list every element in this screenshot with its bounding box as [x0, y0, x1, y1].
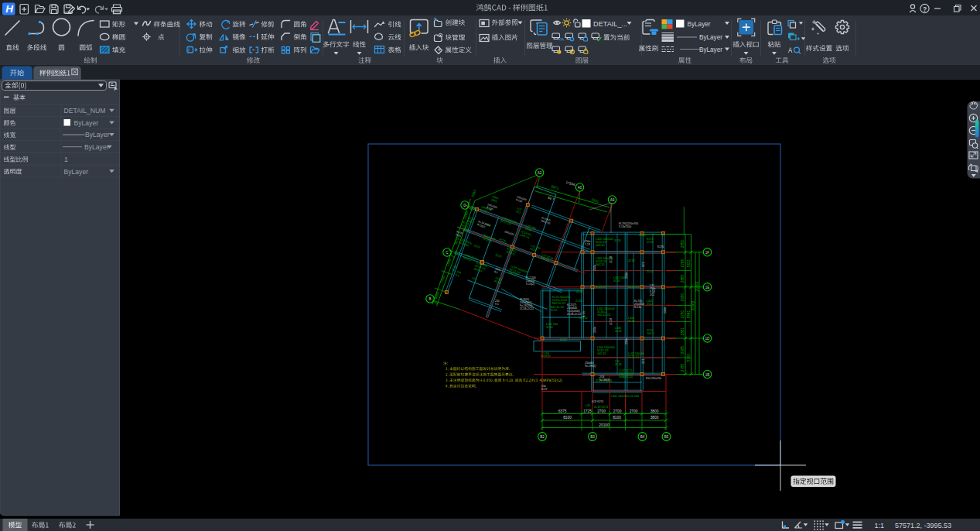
svg-text:9-13(2): 9-13(2): [526, 283, 534, 286]
svg-text:2C18: 2C18: [610, 256, 613, 263]
svg-text:3800: 3800: [650, 416, 659, 420]
svg-text:2C16: 2C16: [639, 234, 646, 237]
svg-text:?: ?: [923, 5, 927, 13]
svg-text:2C18: 2C18: [615, 363, 622, 366]
svg-text:8641: 8641: [687, 310, 691, 318]
svg-text:2865: 2865: [681, 274, 685, 283]
svg-text:2700: 2700: [597, 409, 606, 413]
svg-text:K50 250x700: K50 250x700: [646, 377, 661, 380]
svg-text:G4B(3C12): G4B(3C12): [619, 375, 633, 379]
svg-text:N-198(3): N-198(3): [599, 379, 610, 382]
svg-text:DETAIL_...: DETAIL_...: [593, 20, 627, 28]
svg-text:2700: 2700: [630, 409, 638, 413]
svg-text:2785: 2785: [681, 363, 685, 372]
svg-text:5790: 5790: [687, 353, 691, 361]
svg-text:B3: B3: [590, 435, 595, 439]
svg-text:G4C10 2/2: G4C10 2/2: [597, 313, 610, 317]
svg-text:4C18 2/2: 4C18 2/2: [596, 286, 607, 289]
svg-text:L30: L30: [586, 404, 590, 407]
svg-text:2C18: 2C18: [610, 318, 613, 325]
svg-text:2C20: 2C20: [575, 300, 582, 303]
svg-text:2C18+2C12: 2C18+2C12: [567, 313, 581, 316]
svg-text:2985: 2985: [681, 345, 685, 354]
svg-text:250x: 250x: [593, 265, 596, 271]
svg-text:A9: A9: [610, 198, 615, 202]
svg-text:2C18+2C12: 2C18+2C12: [520, 307, 534, 310]
svg-text:250x: 250x: [625, 272, 628, 279]
svg-text:1B: 1B: [705, 373, 710, 377]
svg-text:ByLayer: ByLayer: [84, 143, 109, 151]
svg-text:3C18: 3C18: [546, 326, 553, 329]
svg-text:ByLayer: ByLayer: [699, 46, 722, 53]
svg-text:K274: K274: [657, 245, 664, 248]
svg-text:4C20: 4C20: [613, 279, 620, 283]
svg-text:9-1: 9-1: [495, 303, 499, 306]
svg-text:7-13: 7-13: [585, 243, 590, 246]
svg-text:1.50: 1.50: [543, 351, 550, 355]
svg-text:2C1: 2C1: [650, 293, 654, 296]
svg-text:L301 240x500 1/2.5kN: L301 240x500 1/2.5kN: [611, 395, 640, 398]
svg-text:4C18 K274: 4C18 K274: [594, 406, 608, 409]
svg-text:4C22/2C: 4C22/2C: [628, 286, 640, 289]
svg-text:2850: 2850: [681, 239, 685, 248]
svg-text:8100: 8100: [613, 416, 621, 420]
svg-text:1D: 1D: [705, 337, 711, 341]
svg-text:2C14: 2C14: [647, 303, 654, 306]
svg-text:H: H: [5, 3, 13, 15]
svg-text:2881: 2881: [681, 327, 685, 335]
svg-text:2780: 2780: [681, 310, 685, 318]
svg-text:250x: 250x: [625, 338, 628, 344]
svg-text:1: 1: [64, 156, 68, 163]
svg-text:B: B: [429, 297, 431, 301]
svg-text:A0: A0: [578, 186, 582, 190]
svg-text:ByLayer: ByLayer: [74, 119, 99, 127]
svg-text:20100: 20100: [599, 423, 610, 427]
svg-text:250x: 250x: [593, 327, 596, 333]
svg-text:G4C10: G4C10: [596, 244, 604, 247]
svg-text:N-13x: N-13x: [634, 306, 641, 309]
svg-text:2C25 2/2: 2C25 2/2: [628, 355, 640, 358]
svg-text:2C1: 2C1: [642, 262, 645, 267]
svg-text:G4C1: G4C1: [647, 332, 654, 335]
svg-text:9x-198(2): 9x-198(2): [585, 365, 596, 368]
svg-text:1725: 1725: [583, 409, 592, 413]
svg-text:ByLayer: ByLayer: [64, 168, 89, 176]
svg-text:B4: B4: [640, 435, 645, 439]
svg-text:9-13: 9-13: [582, 311, 586, 317]
svg-text:3800: 3800: [650, 409, 659, 413]
svg-text:5631: 5631: [687, 259, 691, 267]
svg-text:N4C10 1/2: N4C10 1/2: [552, 302, 565, 305]
svg-text:ByLayer: ByLayer: [688, 21, 711, 28]
svg-text:B5: B5: [664, 435, 669, 439]
svg-text:4C8 K274: 4C8 K274: [592, 400, 603, 403]
svg-text:29062: 29062: [695, 281, 699, 291]
svg-text:A2: A2: [538, 171, 542, 175]
svg-text:8100: 8100: [563, 416, 572, 420]
svg-text:3C18: 3C18: [628, 320, 635, 323]
svg-text:G4C10: G4C10: [597, 352, 606, 355]
svg-text:1F: 1F: [705, 251, 710, 255]
svg-text:250x: 250x: [664, 307, 667, 313]
svg-text:4C18: 4C18: [628, 259, 635, 262]
svg-text:2980: 2980: [681, 293, 685, 301]
svg-text:4C18: 4C18: [615, 330, 622, 333]
svg-text:4C10: 4C10: [560, 338, 567, 341]
svg-text:DETAIL_NUM: DETAIL_NUM: [64, 107, 106, 115]
svg-text:9-13x7500: 9-13x7500: [619, 225, 631, 228]
svg-text:20062: 20062: [691, 300, 695, 310]
svg-text:1E: 1E: [705, 286, 710, 289]
svg-text:6375: 6375: [558, 409, 567, 413]
svg-text:1:1: 1:1: [875, 522, 885, 529]
svg-text:4C18: 4C18: [576, 290, 583, 293]
svg-text:N-19: N-19: [541, 388, 547, 391]
svg-text:2C1: 2C1: [642, 358, 645, 364]
svg-text:ByLayer: ByLayer: [85, 131, 110, 139]
svg-text:B2: B2: [540, 435, 545, 439]
svg-text:2C14: 2C14: [647, 270, 654, 273]
svg-text:2700: 2700: [613, 409, 622, 413]
svg-text:2C18: 2C18: [647, 241, 654, 244]
svg-text:57571.2, -3995.53: 57571.2, -3995.53: [895, 522, 951, 529]
svg-text:ByLayer: ByLayer: [699, 34, 722, 41]
svg-text:2C22: 2C22: [551, 309, 558, 312]
svg-text:2766: 2766: [681, 259, 685, 267]
